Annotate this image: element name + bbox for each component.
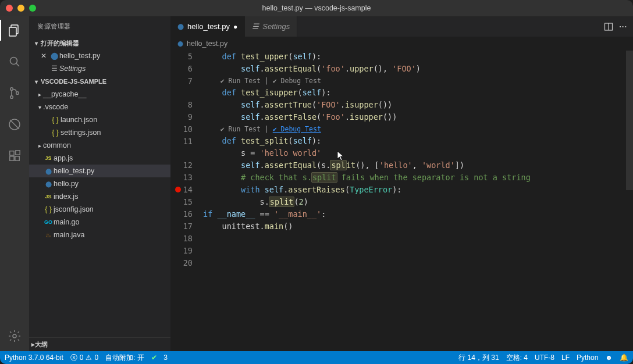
settings-gear-icon[interactable] bbox=[0, 326, 29, 347]
folder-item[interactable]: ▸__pycache__ bbox=[29, 88, 170, 101]
maximize-window-button[interactable] bbox=[29, 5, 36, 12]
tab-settings[interactable]: ☰ Settings bbox=[245, 16, 297, 37]
line-number: 18 bbox=[170, 233, 193, 245]
outline-header[interactable]: ▸大纲 bbox=[29, 337, 170, 351]
file-item[interactable]: GOmain.go bbox=[29, 216, 170, 229]
status-auto-attach[interactable]: 自动附加: 开 bbox=[105, 353, 144, 363]
code-lines[interactable]: def test_upper(self): self.assertEqual('… bbox=[203, 51, 633, 351]
open-editor-item[interactable]: ✕ ☰ Settings bbox=[29, 62, 170, 75]
line-number: 6 bbox=[170, 63, 193, 75]
python-file-icon: ⬤ bbox=[177, 41, 183, 47]
line-number: 8 bbox=[170, 99, 193, 111]
js-file-icon: JS bbox=[43, 155, 54, 161]
folder-header[interactable]: ▾VSCODE-JS-SAMPLE bbox=[29, 75, 170, 88]
code-line[interactable]: def test_upper(self): bbox=[203, 51, 633, 63]
status-eol[interactable]: LF bbox=[561, 354, 570, 362]
file-label: jsconfig.json bbox=[54, 205, 94, 213]
folder-label: common bbox=[43, 141, 71, 149]
line-number: 14 bbox=[170, 184, 193, 196]
code-line[interactable]: self.assertEqual(s.split(), ['hello', 'w… bbox=[203, 159, 633, 172]
file-item[interactable]: JSapp.js bbox=[29, 152, 170, 165]
line-number: 11 bbox=[170, 135, 193, 148]
code-line[interactable]: self.assertTrue('FOO'.isupper()) bbox=[203, 99, 633, 111]
js-file-icon: JS bbox=[43, 194, 54, 199]
open-editor-item[interactable]: ✕ ⬤ hello_test.py bbox=[29, 49, 170, 62]
file-item[interactable]: JSindex.js bbox=[29, 190, 170, 203]
line-number: 13 bbox=[170, 172, 193, 184]
file-label: index.js bbox=[54, 192, 78, 201]
close-icon[interactable]: ✕ bbox=[38, 52, 49, 60]
svg-point-5 bbox=[10, 96, 13, 99]
file-label: hello_test.py bbox=[54, 167, 94, 175]
status-bell-icon[interactable]: 🔔 bbox=[620, 354, 628, 362]
status-language[interactable]: Python bbox=[577, 354, 598, 362]
codelens-debug-test[interactable]: ✔ Debug Test bbox=[273, 125, 321, 133]
svg-point-2 bbox=[10, 58, 17, 65]
code-line[interactable]: s = 'hello world' bbox=[203, 147, 633, 159]
tab-hello-test[interactable]: ⬤ hello_test.py ● bbox=[170, 16, 245, 37]
folder-item[interactable]: ▸common bbox=[29, 139, 170, 152]
code-line[interactable]: def test_split(self): bbox=[203, 135, 633, 147]
scrollbar-thumb[interactable] bbox=[626, 51, 633, 190]
code-line[interactable]: unittest.main() bbox=[203, 220, 633, 233]
code-line[interactable]: # check that s.split fails when the sepa… bbox=[203, 172, 633, 184]
status-feedback-icon[interactable]: ☻ bbox=[605, 354, 613, 362]
open-editors-header[interactable]: ▾打开的编辑器 bbox=[29, 37, 170, 49]
outline-label: 大纲 bbox=[35, 340, 48, 349]
line-number: 7 bbox=[170, 75, 193, 87]
explorer-icon[interactable] bbox=[0, 20, 29, 41]
codelens-run-test[interactable]: ✔ Run Test bbox=[221, 77, 261, 85]
svg-rect-1 bbox=[9, 27, 16, 36]
search-icon[interactable] bbox=[0, 51, 29, 72]
status-tests[interactable]: ✔ 3 bbox=[151, 354, 168, 362]
codelens-run-test[interactable]: ✔ Run Test bbox=[221, 125, 261, 133]
code-line[interactable]: def test_isupper(self): bbox=[203, 87, 633, 99]
folder-header-label: VSCODE-JS-SAMPLE bbox=[41, 78, 106, 85]
file-label: settings.json bbox=[61, 129, 101, 137]
status-indent[interactable]: 空格: 4 bbox=[506, 353, 528, 363]
folder-label: __pycache__ bbox=[43, 90, 86, 98]
breadcrumb[interactable]: ⬤ hello_test.py bbox=[170, 37, 633, 51]
file-item[interactable]: { }jsconfig.json bbox=[29, 203, 170, 216]
status-python-version[interactable]: Python 3.7.0 64-bit bbox=[5, 354, 63, 362]
more-actions-icon[interactable]: ··· bbox=[619, 22, 627, 31]
code-line[interactable]: self.assertFalse('Foo'.isupper()) bbox=[203, 111, 633, 123]
chevron-right-icon: ▸ bbox=[36, 142, 43, 149]
python-file-icon: ⬤ bbox=[43, 168, 54, 174]
status-line-col[interactable]: 行 14，列 31 bbox=[458, 353, 499, 363]
debug-icon[interactable] bbox=[0, 114, 29, 135]
status-encoding[interactable]: UTF-8 bbox=[535, 354, 554, 362]
go-file-icon: GO bbox=[43, 219, 54, 225]
extensions-icon[interactable] bbox=[0, 145, 29, 166]
svg-rect-9 bbox=[10, 156, 14, 160]
code-line[interactable]: if __name__ == '__main__': bbox=[203, 208, 633, 220]
file-item[interactable]: ⬤hello.py bbox=[29, 177, 170, 190]
java-file-icon: ♨ bbox=[43, 231, 54, 239]
codelens-debug-test[interactable]: ✔ Debug Test bbox=[273, 77, 321, 85]
editor-group: ⬤ hello_test.py ● ☰ Settings ··· ⬤ hello… bbox=[170, 16, 633, 351]
settings-lines-icon: ☰ bbox=[252, 22, 259, 31]
file-item[interactable]: ⬤hello_test.py bbox=[29, 165, 170, 177]
svg-line-3 bbox=[16, 63, 19, 66]
json-file-icon: { } bbox=[50, 116, 61, 124]
source-control-icon[interactable] bbox=[0, 83, 29, 104]
settings-lines-icon: ☰ bbox=[49, 65, 59, 73]
code-line[interactable]: with self.assertRaises(TypeError): bbox=[203, 184, 633, 196]
file-item[interactable]: { }launch.json bbox=[29, 113, 170, 126]
status-problems[interactable]: ⓧ0 ⚠0 bbox=[70, 353, 98, 363]
code-line[interactable]: self.assertEqual('foo'.upper(), 'FOO') bbox=[203, 63, 633, 75]
code-editor[interactable]: 567891011121314151617181920 def test_upp… bbox=[170, 51, 633, 351]
file-item[interactable]: ♨main.java bbox=[29, 229, 170, 241]
split-editor-icon[interactable] bbox=[604, 22, 613, 31]
file-item[interactable]: { }settings.json bbox=[29, 126, 170, 139]
chevron-down-icon: ▾ bbox=[36, 104, 43, 110]
breakpoint-icon[interactable] bbox=[175, 187, 181, 192]
folder-item[interactable]: ▾.vscode bbox=[29, 101, 170, 113]
close-window-button[interactable] bbox=[6, 5, 13, 12]
activity-bar bbox=[0, 16, 29, 351]
line-number: 20 bbox=[170, 257, 193, 269]
code-line[interactable]: s.split(2) bbox=[203, 196, 633, 208]
scrollbar-track[interactable] bbox=[626, 51, 633, 351]
svg-rect-11 bbox=[16, 151, 20, 155]
minimize-window-button[interactable] bbox=[17, 5, 24, 12]
